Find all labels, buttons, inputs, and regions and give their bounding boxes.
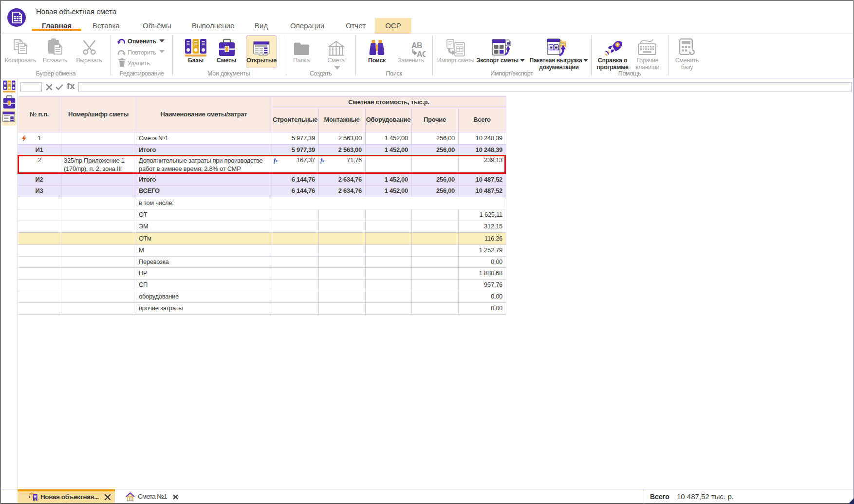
svg-text:AB: AB xyxy=(411,41,422,50)
svg-text:AC: AC xyxy=(417,50,426,57)
